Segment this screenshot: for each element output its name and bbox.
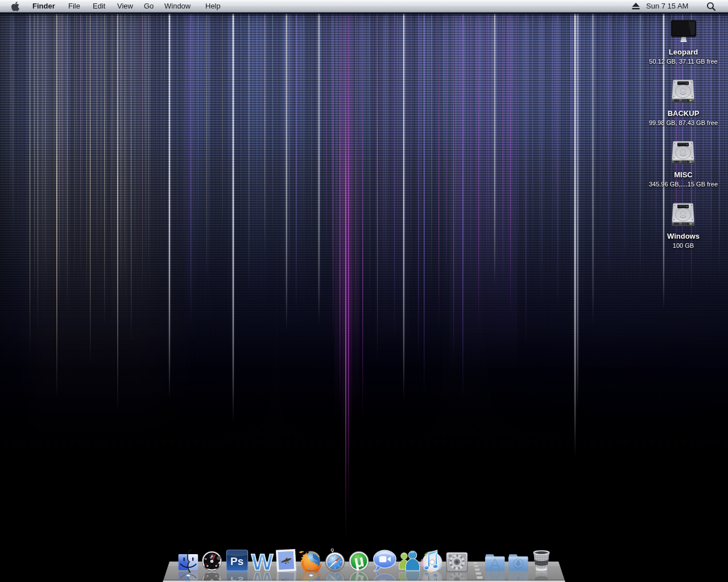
svg-text:Ps: Ps: [230, 555, 243, 567]
svg-text:W: W: [251, 549, 274, 575]
